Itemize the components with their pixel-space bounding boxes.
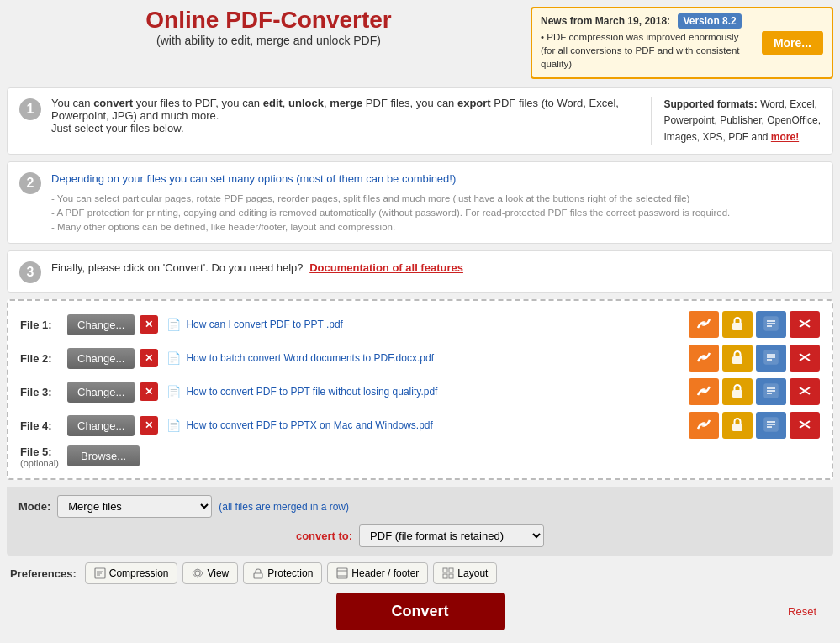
header: Online PDF-Converter (with ability to ed… [7, 7, 833, 79]
svg-rect-13 [732, 390, 742, 398]
mode-note: (all files are merged in a row) [219, 501, 349, 513]
file-3-options-button[interactable] [689, 378, 719, 405]
file-2-split-button[interactable] [790, 345, 820, 372]
compression-button[interactable]: Compression [85, 562, 178, 584]
view-button[interactable]: View [182, 562, 238, 584]
step-2-sub-2: - A PDF protection for printing, copying… [51, 206, 821, 220]
file-4-options-button[interactable] [689, 412, 719, 439]
file-3-actions [689, 378, 820, 405]
svg-point-12 [701, 388, 706, 393]
file-4-label: File 4: [20, 419, 62, 432]
file-4-split-button[interactable] [790, 412, 820, 439]
header-footer-button[interactable]: Header / footer [327, 562, 428, 584]
file-4-delete-button[interactable]: ✕ [140, 416, 158, 435]
step-3-box: 3 Finally, please click on 'Convert'. Do… [7, 250, 833, 293]
format-select[interactable]: PDF (file format is retained) Word Excel… [359, 524, 544, 547]
file-row-1: File 1: Change... ✕ 📄 How can I convert … [20, 311, 820, 338]
convert-button[interactable]: Convert [336, 593, 505, 630]
mode-label: Mode: [18, 500, 50, 513]
news-text: PDF compression was improved enormously … [541, 32, 740, 69]
file-row-2: File 2: Change... ✕ 📄 How to batch conve… [20, 345, 820, 372]
file-row-3: File 3: Change... ✕ 📄 How to convert PDF… [20, 378, 820, 405]
file-3-split-button[interactable] [790, 378, 820, 405]
step-3-number: 3 [19, 261, 41, 283]
file-2-name[interactable]: How to batch convert Word documents to P… [186, 352, 684, 364]
file-1-split-button[interactable] [790, 311, 820, 338]
compression-label: Compression [109, 567, 169, 579]
file-1-pdf-icon: 📄 [166, 318, 181, 331]
file-2-pdf-icon: 📄 [166, 351, 181, 365]
step-2-box: 2 Depending on your files you can set ma… [7, 161, 833, 245]
step-3-text: Finally, please click on 'Convert'. Do y… [51, 261, 304, 274]
protection-icon [252, 567, 264, 579]
news-date: News from March 19, 2018: [541, 15, 670, 27]
step-3-content: Finally, please click on 'Convert'. Do y… [51, 260, 821, 277]
step-2-sub-1: - You can select particular pages, rotat… [51, 192, 821, 206]
file-2-label: File 2: [20, 352, 62, 365]
options-row: Mode: Merge files Convert separately Com… [7, 487, 833, 556]
preferences-label: Preferences: [10, 567, 77, 580]
file-1-protection-button[interactable] [722, 311, 753, 338]
docs-link[interactable]: Documentation of all features [309, 261, 463, 274]
step-1-formats: Supported formats: Word, Excel,Powerpoin… [651, 97, 821, 145]
news-content: News from March 19, 2018: Version 8.2 • … [541, 15, 755, 71]
file-3-protection-button[interactable] [722, 378, 753, 405]
file-2-protection-button[interactable] [722, 345, 753, 372]
file-5-sublabel: (optional) [20, 458, 62, 468]
file-1-label: File 1: [20, 319, 62, 331]
file-3-edit-button[interactable] [756, 378, 786, 405]
file-1-delete-button[interactable]: ✕ [140, 315, 158, 334]
news-box: News from March 19, 2018: Version 8.2 • … [531, 7, 833, 79]
step-1-number: 1 [19, 98, 41, 120]
svg-point-18 [701, 422, 706, 427]
protection-button[interactable]: Protection [243, 562, 322, 584]
reset-link[interactable]: Reset [788, 605, 816, 618]
file-1-edit-button[interactable] [756, 311, 786, 338]
file-3-change-button[interactable]: Change... [67, 382, 135, 403]
formats-label: Supported formats: [663, 98, 757, 110]
header-title: Online PDF-Converter (with ability to ed… [7, 7, 531, 47]
file-4-protection-button[interactable] [722, 412, 753, 439]
file-1-change-button[interactable]: Change... [67, 314, 135, 335]
step-2-content: Depending on your files you can set many… [51, 171, 821, 235]
file-4-pdf-icon: 📄 [166, 419, 181, 432]
file-1-actions [689, 311, 820, 338]
header-footer-label: Header / footer [351, 567, 419, 579]
svg-rect-33 [443, 568, 447, 572]
file-4-name[interactable]: How to convert PDF to PPTX on Mac and Wi… [186, 419, 684, 431]
svg-rect-19 [732, 424, 742, 431]
mode-row: Mode: Merge files Convert separately Com… [18, 495, 822, 518]
layout-label: Layout [457, 567, 488, 579]
header-footer-icon [336, 567, 348, 579]
step-2-sub-3: - Many other options can be defined, lik… [51, 220, 821, 235]
svg-rect-35 [443, 574, 447, 578]
file-4-edit-button[interactable] [756, 412, 786, 439]
layout-icon [442, 567, 454, 579]
file-2-edit-button[interactable] [756, 345, 786, 372]
file-2-actions [689, 345, 820, 372]
view-icon [192, 567, 203, 579]
more-button[interactable]: More... [762, 31, 823, 55]
file-3-name[interactable]: How to convert PDF to PPT file without l… [186, 386, 684, 398]
file-3-delete-button[interactable]: ✕ [140, 382, 158, 401]
file-area: File 1: Change... ✕ 📄 How can I convert … [7, 299, 833, 480]
svg-rect-34 [449, 568, 453, 572]
step-1-text: You can convert your files to PDF, you c… [51, 97, 619, 134]
file-2-change-button[interactable]: Change... [67, 348, 135, 369]
file-5-label: File 5: [20, 445, 62, 458]
file-5-browse-button[interactable]: Browse... [67, 445, 140, 466]
file-1-name[interactable]: How can I convert PDF to PPT .pdf [186, 319, 684, 330]
layout-button[interactable]: Layout [433, 562, 497, 584]
view-label: View [207, 567, 229, 579]
file-4-change-button[interactable]: Change... [67, 415, 135, 436]
mode-select[interactable]: Merge files Convert separately Combine t… [57, 495, 212, 518]
file-2-delete-button[interactable]: ✕ [140, 349, 158, 367]
version-badge: Version 8.2 [678, 13, 741, 29]
file-2-options-button[interactable] [689, 345, 719, 372]
file-row-5: File 5: (optional) Browse... [20, 445, 820, 468]
file-1-options-button[interactable] [689, 311, 719, 338]
convert-to-label: convert to: [296, 530, 352, 542]
svg-point-0 [701, 321, 706, 326]
svg-rect-29 [254, 573, 262, 578]
protection-label: Protection [267, 567, 313, 579]
